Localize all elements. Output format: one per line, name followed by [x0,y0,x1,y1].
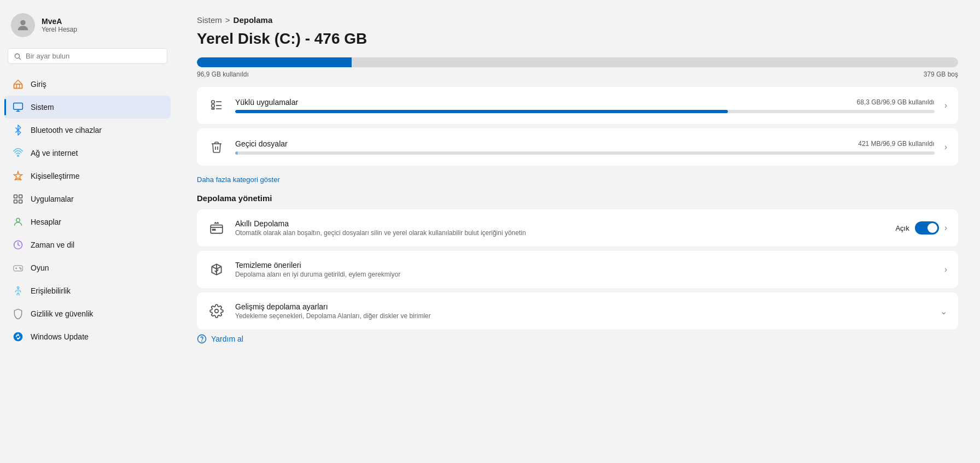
system-icon [12,101,24,113]
svg-point-0 [20,20,25,25]
category-gecici-bar-fill [235,151,238,155]
category-gecici-header: Geçici dosyalar 421 MB/96,9 GB kullanıld… [235,139,935,148]
svg-point-13 [16,218,20,222]
sidebar-label-kisisel: Kişiselleştirme [31,172,79,180]
avatar [11,13,35,37]
category-yuklu-name: Yüklü uygulamalar [235,98,298,107]
category-gecici-name: Geçici dosyalar [235,139,288,148]
sidebar-label-oyun: Oyun [31,263,49,272]
svg-rect-23 [212,104,214,107]
temizleme-right: › [944,265,947,274]
sidebar-item-kisisel[interactable]: Kişiselleştirme [4,165,171,187]
disk-bar-track [197,57,958,67]
gelismis-right: ⌄ [940,306,947,317]
svg-line-2 [19,57,21,59]
akilli-toggle[interactable] [915,221,939,235]
category-yuklu-bar-track [235,110,935,113]
sidebar-item-erisilebilirlik[interactable]: Erişilebilirlik [4,279,171,302]
sidebar-label-windows-update: Windows Update [31,332,89,341]
category-card-gecici[interactable]: Geçici dosyalar 421 MB/96,9 GB kullanıld… [197,128,958,166]
gelismis-body: Gelişmiş depolama ayarları Yedekleme seç… [235,302,930,320]
help-icon [197,334,207,344]
chevron-right-icon-2: › [944,142,947,152]
gelismis-chevron-down-icon: ⌄ [940,306,947,317]
user-profile: MveA Yerel Hesap [0,0,175,48]
category-gecici-size: 421 MB/96,9 GB kullanıldı [858,140,934,148]
accounts-icon [12,216,24,228]
svg-point-32 [198,335,206,343]
sidebar-item-giris[interactable]: Giriş [4,73,171,96]
temizleme-desc: Depolama alanı en iyi duruma getirildi, … [235,271,935,278]
search-input[interactable] [26,52,161,60]
management-card-gelismis[interactable]: Gelişmiş depolama ayarları Yedekleme seç… [197,292,958,330]
management-card-akilli[interactable]: Akıllı Depolama Otomatik olarak alan boş… [197,209,958,247]
sidebar-item-bluetooth[interactable]: Bluetooth ve cihazlar [4,119,171,142]
time-icon [12,239,24,251]
help-link[interactable]: Yardım al [197,334,958,344]
sidebar: MveA Yerel Hesap Giriş [0,0,175,463]
svg-point-29 [212,229,213,230]
sidebar-label-giris: Giriş [31,80,46,89]
category-yuklu-size: 68,3 GB/96,9 GB kullanıldı [857,98,935,106]
search-box[interactable] [8,48,167,64]
breadcrumb-parent: Sistem [197,15,222,25]
gelismis-desc: Yedekleme seçenekleri, Depolama Alanları… [235,312,930,320]
trash-category-icon [208,138,225,156]
sidebar-label-erisilebilirlik: Erişilebilirlik [31,286,71,295]
show-more-link[interactable]: Daha fazla kategori göster [197,175,280,184]
breadcrumb-current: Depolama [234,15,273,25]
section-title: Depolama yönetimi [197,194,958,203]
category-card-yuklu[interactable]: Yüklü uygulamalar 68,3 GB/96,9 GB kullan… [197,87,958,124]
akilli-chevron-right-icon: › [944,223,947,233]
breadcrumb-separator: > [225,15,230,25]
akilli-body: Akıllı Depolama Otomatik olarak alan boş… [235,219,885,237]
category-gecici-body: Geçici dosyalar 421 MB/96,9 GB kullanıld… [235,139,935,155]
network-icon [12,147,24,159]
svg-point-1 [15,54,19,58]
sidebar-item-hesaplar[interactable]: Hesaplar [4,210,171,233]
sidebar-label-zaman: Zaman ve dil [31,241,74,249]
sidebar-item-oyun[interactable]: Oyun [4,256,171,279]
sidebar-item-gizlilik[interactable]: Gizlilik ve güvenlik [4,302,171,325]
disk-free-label: 379 GB boş [924,71,958,78]
security-icon [12,308,24,320]
svg-rect-12 [19,200,22,203]
svg-rect-10 [19,195,22,198]
management-card-temizleme[interactable]: Temizleme önerileri Depolama alanı en iy… [197,251,958,288]
sidebar-item-uygulamalar[interactable]: Uygulamalar [4,187,171,210]
help-label: Yardım al [211,335,243,343]
category-yuklu-header: Yüklü uygulamalar 68,3 GB/96,9 GB kullan… [235,98,935,107]
page-title: Yerel Disk (C:) - 476 GB [197,30,958,48]
sidebar-item-zaman[interactable]: Zaman ve dil [4,233,171,256]
akilli-desc: Otomatik olarak alan boşaltın, geçici do… [235,229,885,237]
bluetooth-icon [12,124,24,136]
sidebar-item-ag[interactable]: Ağ ve internet [4,142,171,165]
sidebar-label-ag: Ağ ve internet [31,149,78,157]
user-info: MveA Yerel Hesap [42,17,77,33]
category-yuklu-body: Yüklü uygulamalar 68,3 GB/96,9 GB kullan… [235,98,935,113]
svg-rect-22 [212,101,214,103]
sidebar-item-windows-update[interactable]: Windows Update [4,325,171,348]
game-icon [12,262,24,274]
sidebar-label-bluetooth: Bluetooth ve cihazlar [31,126,102,134]
svg-point-20 [17,287,19,289]
category-yuklu-bar-fill [235,110,728,113]
svg-rect-11 [14,200,18,203]
disk-bar-fill [197,57,352,67]
disk-bar-section: 96,9 GB kullanıldı 379 GB boş [197,57,958,78]
nav-list: Giriş Sistem Bluetooth ve cihazlar [0,69,175,463]
home-icon [12,78,24,90]
disk-bar-labels: 96,9 GB kullanıldı 379 GB boş [197,71,958,78]
chevron-right-icon: › [944,101,947,110]
akilli-right: Açık › [895,221,947,235]
svg-point-19 [20,268,21,269]
svg-rect-24 [212,108,214,109]
sidebar-label-hesaplar: Hesaplar [31,218,61,226]
disk-used-label: 96,9 GB kullanıldı [197,71,249,78]
user-account: Yerel Hesap [42,26,77,33]
svg-rect-9 [14,195,18,198]
sidebar-label-gizlilik: Gizlilik ve güvenlik [31,309,93,318]
apps-category-icon [208,97,225,114]
accessibility-icon [12,285,24,297]
sidebar-item-sistem[interactable]: Sistem [4,96,171,119]
